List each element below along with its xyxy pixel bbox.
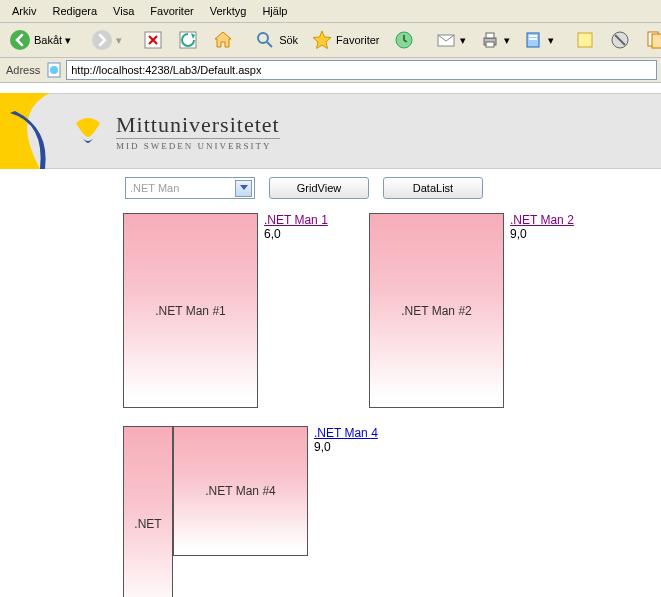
university-header: Mittuniversitetet MID SWEDEN UNIVERSITY <box>0 93 661 169</box>
home-icon <box>212 29 234 51</box>
chevron-down-icon: ▾ <box>116 34 122 47</box>
gridview-button[interactable]: GridView <box>269 177 369 199</box>
card-area: .NET Man #1 .NET Man 1 6,0 .NET Man #2 .… <box>117 203 661 597</box>
refresh-icon <box>177 29 199 51</box>
card: .NET Man #1 <box>123 213 258 408</box>
address-label: Adress <box>4 64 42 76</box>
card-link[interactable]: .NET Man 4 <box>314 426 378 440</box>
card: .NET Man #4 <box>173 426 308 556</box>
menu-favoriter[interactable]: Favoriter <box>144 3 199 19</box>
controls-row: .NET Man GridView DataList <box>117 169 661 203</box>
svg-rect-17 <box>652 34 661 48</box>
print-button[interactable]: ▾ <box>474 26 515 54</box>
page-body: .NET Man GridView DataList .NET Man #1 .… <box>117 169 661 597</box>
card-block: .NET Man #4 .NET Man 4 9,0 <box>173 426 419 597</box>
menu-arkiv[interactable]: Arkiv <box>6 3 42 19</box>
menu-hjalp[interactable]: Hjälp <box>256 3 293 19</box>
block-icon <box>609 29 631 51</box>
university-name: Mittuniversitetet <box>116 112 280 138</box>
back-icon <box>9 29 31 51</box>
history-button[interactable] <box>388 26 420 54</box>
address-input[interactable] <box>66 60 657 80</box>
university-sub: MID SWEDEN UNIVERSITY <box>116 138 280 151</box>
category-dropdown[interactable]: .NET Man <box>125 177 255 199</box>
university-logo: Mittuniversitetet MID SWEDEN UNIVERSITY <box>70 112 280 151</box>
print-icon <box>479 29 501 51</box>
menu-visa[interactable]: Visa <box>107 3 140 19</box>
research-icon <box>644 29 661 51</box>
chevron-down-icon: ▾ <box>65 34 71 47</box>
search-button[interactable]: Sök <box>249 26 303 54</box>
mail-button[interactable]: ▾ <box>430 26 471 54</box>
dropdown-value: .NET Man <box>130 182 179 194</box>
forward-icon <box>91 29 113 51</box>
card-block: .NET Man #1 .NET Man 1 6,0 <box>123 213 369 408</box>
star-icon <box>311 29 333 51</box>
menu-redigera[interactable]: Redigera <box>46 3 103 19</box>
svg-point-20 <box>50 66 58 74</box>
card-block: .NET <box>123 426 173 597</box>
back-button[interactable]: Bakåt ▾ <box>4 26 76 54</box>
home-button[interactable] <box>207 26 239 54</box>
favorites-label: Favoriter <box>336 34 379 46</box>
svg-line-5 <box>267 42 272 47</box>
svg-point-1 <box>92 30 112 50</box>
svg-point-4 <box>258 33 268 43</box>
card-link[interactable]: .NET Man 2 <box>510 213 574 227</box>
note-icon <box>574 29 596 51</box>
card-title: .NET Man #2 <box>401 304 471 318</box>
favorites-button[interactable]: Favoriter <box>306 26 384 54</box>
edit-icon <box>523 29 545 51</box>
card: .NET <box>123 426 173 597</box>
edit-button[interactable]: ▾ <box>518 26 559 54</box>
mail-icon <box>435 29 457 51</box>
address-bar: Adress <box>0 58 661 83</box>
chevron-down-icon <box>235 180 252 197</box>
menubar: Arkiv Redigera Visa Favoriter Verktyg Hj… <box>0 0 661 23</box>
chevron-down-icon: ▾ <box>504 34 510 47</box>
toolbar: Bakåt ▾ ▾ Sök Favoriter <box>0 23 661 58</box>
page-content: Mittuniversitetet MID SWEDEN UNIVERSITY … <box>0 93 661 597</box>
svg-rect-9 <box>486 33 494 38</box>
svg-point-0 <box>10 30 30 50</box>
logo-mark-icon <box>70 113 106 149</box>
search-label: Sök <box>279 34 298 46</box>
card-info: 6,0 <box>264 227 328 241</box>
card-title: .NET Man #1 <box>155 304 225 318</box>
block-button[interactable] <box>604 26 636 54</box>
back-label: Bakåt <box>34 34 62 46</box>
stop-button[interactable] <box>137 26 169 54</box>
card-info: 9,0 <box>510 227 574 241</box>
svg-rect-10 <box>486 42 494 47</box>
card-title: .NET <box>134 517 161 531</box>
card-info: 9,0 <box>314 440 378 454</box>
chevron-down-icon: ▾ <box>548 34 554 47</box>
refresh-button[interactable] <box>172 26 204 54</box>
page-icon <box>46 62 62 78</box>
svg-rect-13 <box>529 38 537 40</box>
svg-rect-14 <box>578 33 592 47</box>
research-button[interactable] <box>639 26 661 54</box>
svg-rect-12 <box>529 35 537 37</box>
stop-icon <box>142 29 164 51</box>
corner-graphic <box>0 93 50 169</box>
chevron-down-icon: ▾ <box>460 34 466 47</box>
card-block: .NET Man #2 .NET Man 2 9,0 <box>369 213 615 408</box>
note-button[interactable] <box>569 26 601 54</box>
card: .NET Man #2 <box>369 213 504 408</box>
datalist-button[interactable]: DataList <box>383 177 483 199</box>
menu-verktyg[interactable]: Verktyg <box>204 3 253 19</box>
forward-button[interactable]: ▾ <box>86 26 127 54</box>
search-icon <box>254 29 276 51</box>
card-title: .NET Man #4 <box>205 484 275 498</box>
card-link[interactable]: .NET Man 1 <box>264 213 328 227</box>
history-icon <box>393 29 415 51</box>
